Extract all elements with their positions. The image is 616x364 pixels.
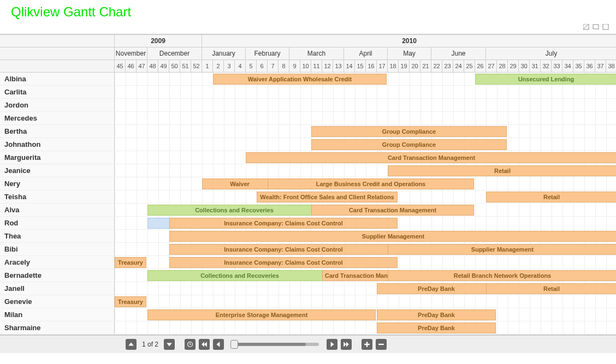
gantt-bar[interactable]: Group Compliance bbox=[311, 126, 507, 137]
gantt-bar[interactable]: Collections and Recoveries bbox=[147, 270, 332, 281]
row-label[interactable]: Albina bbox=[0, 73, 115, 85]
gantt-bar[interactable]: PreDay Bank bbox=[377, 323, 496, 333]
row-label[interactable]: Alva bbox=[0, 204, 115, 216]
reset-time-button[interactable] bbox=[185, 339, 196, 350]
gantt-bar[interactable]: Insurance Company: Claims Cost Control bbox=[169, 257, 398, 268]
month-header: January bbox=[202, 47, 246, 59]
month-header: July bbox=[486, 47, 616, 59]
week-header: 49 bbox=[158, 60, 169, 72]
row-label[interactable]: Mercedes bbox=[0, 112, 115, 124]
row-label[interactable]: Marguerita bbox=[0, 151, 115, 164]
gantt-row: JeaniceRetail bbox=[0, 164, 616, 177]
gantt-bar[interactable]: Group Compliance bbox=[311, 139, 507, 150]
row-label[interactable]: Jeanice bbox=[0, 164, 115, 177]
week-header: 46 bbox=[126, 60, 137, 72]
gantt-row: Carlita bbox=[0, 86, 616, 99]
week-header: 27 bbox=[486, 60, 497, 72]
gantt-bar[interactable]: Enterprise Storage Management bbox=[147, 309, 376, 320]
slider-thumb[interactable] bbox=[230, 340, 238, 349]
week-header: 9 bbox=[289, 60, 300, 72]
gantt-row: Jordon bbox=[0, 99, 616, 112]
row-label[interactable]: Genevie bbox=[0, 295, 115, 308]
gantt-bar[interactable]: Retail bbox=[486, 192, 616, 202]
week-header: 38 bbox=[606, 60, 616, 72]
time-slider[interactable] bbox=[232, 343, 319, 346]
row-label[interactable]: Jordon bbox=[0, 99, 115, 111]
week-header: 18 bbox=[388, 60, 399, 72]
window-controls bbox=[0, 24, 616, 34]
gantt-bar[interactable]: Waiver Application Wholesale Credit bbox=[213, 74, 387, 85]
page-title: Qlikview Gantt Chart bbox=[0, 0, 616, 24]
gantt-bar[interactable]: Wealth: Front Office Sales and Client Re… bbox=[257, 192, 398, 202]
week-header: 37 bbox=[595, 60, 606, 72]
zoom-in-button[interactable] bbox=[362, 339, 372, 350]
week-header: 32 bbox=[541, 60, 552, 72]
week-header: 24 bbox=[453, 60, 464, 72]
row-label[interactable]: Nery bbox=[0, 177, 115, 190]
gantt-row: TeishaWealth: Front Office Sales and Cli… bbox=[0, 190, 616, 204]
week-header: 45 bbox=[115, 60, 126, 72]
gantt-bar[interactable]: Supplier Management bbox=[169, 231, 616, 242]
gantt-bar[interactable]: Card Transaction Management bbox=[311, 205, 474, 216]
gantt-bar[interactable]: Waiver bbox=[202, 178, 277, 189]
gantt-row: AracelyTreasuryInsurance Company: Claims… bbox=[0, 256, 616, 269]
week-header: 36 bbox=[584, 60, 595, 72]
scroll-fast-right-button[interactable] bbox=[341, 339, 352, 350]
month-header: May bbox=[388, 47, 431, 59]
page-up-button[interactable] bbox=[126, 339, 137, 350]
week-header: 17 bbox=[377, 60, 388, 72]
year-header: 2010 bbox=[202, 35, 616, 47]
gantt-bar[interactable]: Treasury bbox=[115, 296, 146, 307]
week-header: 1 bbox=[202, 60, 213, 72]
gantt-bar[interactable]: PreDay Bank bbox=[377, 309, 496, 320]
row-label[interactable]: Janell bbox=[0, 282, 115, 295]
week-header: 31 bbox=[530, 60, 541, 72]
week-header: 14 bbox=[344, 60, 355, 72]
week-header: 13 bbox=[333, 60, 344, 72]
row-label[interactable]: Johnathon bbox=[0, 138, 115, 151]
gantt-bar[interactable]: Collections and Recoveries bbox=[147, 205, 321, 216]
gantt-bar[interactable]: Treasury bbox=[115, 257, 146, 268]
gantt-bar[interactable]: Insurance Company: Claims Cost Control bbox=[169, 244, 398, 255]
expand-icon[interactable] bbox=[583, 24, 611, 32]
row-label[interactable]: Bertha bbox=[0, 125, 115, 138]
row-label[interactable]: Milan bbox=[0, 308, 115, 321]
svg-rect-1 bbox=[593, 25, 599, 29]
row-label[interactable]: Aracely bbox=[0, 256, 115, 268]
gantt-bar[interactable]: Supplier Management bbox=[388, 244, 616, 255]
gantt-row: TheaSupplier Management bbox=[0, 230, 616, 243]
week-header: 52 bbox=[191, 60, 202, 72]
week-header: 28 bbox=[497, 60, 508, 72]
scroll-fast-left-button[interactable] bbox=[199, 339, 210, 350]
week-header: 34 bbox=[562, 60, 573, 72]
gantt-bar[interactable]: Unsecured Lending bbox=[475, 74, 616, 85]
row-label[interactable]: Carlita bbox=[0, 86, 115, 98]
scroll-left-button[interactable] bbox=[213, 339, 224, 350]
week-header: 48 bbox=[147, 60, 158, 72]
gantt-bar[interactable]: Retail Branch Network Operations bbox=[388, 270, 616, 281]
gantt-bar[interactable]: PreDay Bank bbox=[377, 283, 496, 294]
row-label[interactable]: Sharmaine bbox=[0, 321, 115, 334]
row-label[interactable]: Rod bbox=[0, 217, 115, 229]
row-label[interactable]: Bernadette bbox=[0, 269, 115, 282]
page-down-button[interactable] bbox=[164, 339, 175, 350]
row-label[interactable]: Bibi bbox=[0, 243, 115, 255]
week-header: 20 bbox=[410, 60, 420, 72]
week-header: 11 bbox=[311, 60, 322, 72]
gantt-bar[interactable]: Large Business Credit and Operations bbox=[268, 178, 474, 189]
week-header: 7 bbox=[268, 60, 279, 72]
week-header: 26 bbox=[475, 60, 486, 72]
zoom-out-button[interactable] bbox=[376, 339, 387, 350]
gantt-bar[interactable]: Retail bbox=[486, 283, 616, 294]
gantt-bar[interactable]: Card Transaction Management bbox=[246, 152, 616, 163]
gantt-bar[interactable]: Card Transaction Management bbox=[322, 270, 398, 281]
gantt-bar[interactable]: Retail bbox=[388, 165, 616, 176]
row-label[interactable]: Teisha bbox=[0, 190, 115, 203]
gantt-bar[interactable]: Insurance Company: Claims Cost Control bbox=[169, 218, 398, 229]
gantt-row: NeryWaiverLarge Business Credit and Oper… bbox=[0, 177, 616, 190]
month-header: November bbox=[115, 47, 147, 59]
scroll-right-button[interactable] bbox=[327, 339, 337, 350]
week-header: 25 bbox=[464, 60, 475, 72]
week-header: 10 bbox=[300, 60, 311, 72]
row-label[interactable]: Thea bbox=[0, 230, 115, 242]
